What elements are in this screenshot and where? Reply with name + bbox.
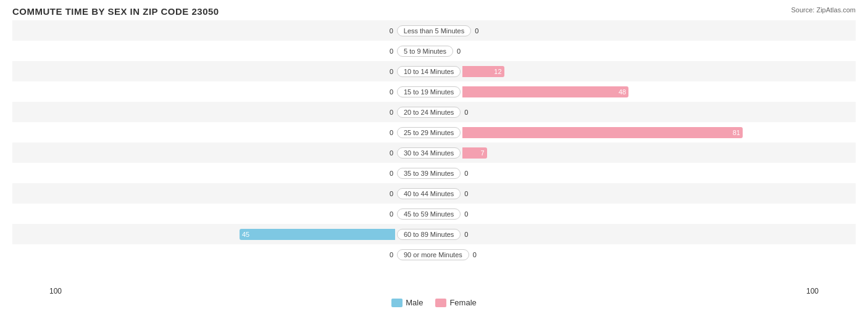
male-value: 0 xyxy=(388,190,395,197)
female-bar: 48 xyxy=(462,86,628,97)
female-value: 0 xyxy=(473,27,480,35)
legend-male: Male xyxy=(391,298,423,307)
male-value: 0 xyxy=(388,170,395,177)
source-label: Source: ZipAtlas.com xyxy=(791,6,856,14)
chart-row: 0 90 or more Minutes 0 xyxy=(12,244,856,265)
male-value: 45 xyxy=(240,231,252,238)
legend: Male Female xyxy=(12,298,856,307)
row-label: 10 to 14 Minutes xyxy=(397,66,461,77)
chart-row: 0 20 to 24 Minutes 0 xyxy=(12,102,856,122)
row-label: 45 to 59 Minutes xyxy=(397,208,461,220)
female-bar: 12 xyxy=(462,66,504,77)
chart-container: COMMUTE TIME BY SEX IN ZIP CODE 23050 So… xyxy=(0,0,868,322)
chart-row: 0 15 to 19 Minutes 48 xyxy=(12,81,856,102)
female-value: 0 xyxy=(471,251,478,258)
chart-row: 0 25 to 29 Minutes 81 xyxy=(12,122,856,142)
male-value: 0 xyxy=(388,27,395,35)
female-value: 48 xyxy=(616,88,628,96)
row-label: 20 to 24 Minutes xyxy=(397,107,461,118)
female-value: 0 xyxy=(462,231,470,238)
legend-female-label: Female xyxy=(449,298,476,307)
row-label: 35 to 39 Minutes xyxy=(397,168,461,179)
chart-row: 0 40 to 44 Minutes 0 xyxy=(12,183,856,204)
row-label: 25 to 29 Minutes xyxy=(397,127,461,138)
male-bar: 45 xyxy=(240,229,395,240)
chart-row: 0 30 to 34 Minutes 7 xyxy=(12,142,856,163)
female-bar: 7 xyxy=(462,147,486,159)
row-label: 5 to 9 Minutes xyxy=(397,46,453,57)
chart-title: COMMUTE TIME BY SEX IN ZIP CODE 23050 xyxy=(12,6,856,17)
male-value: 0 xyxy=(388,129,395,136)
row-label: 40 to 44 Minutes xyxy=(397,188,461,199)
legend-female-box xyxy=(435,299,446,307)
legend-male-label: Male xyxy=(406,298,423,307)
male-value: 0 xyxy=(388,88,395,96)
axis-left: 100 xyxy=(49,287,62,295)
female-value: 12 xyxy=(491,68,504,75)
male-value: 0 xyxy=(388,251,395,258)
chart-row: 0 35 to 39 Minutes 0 xyxy=(12,163,856,183)
male-value: 0 xyxy=(388,68,395,75)
row-label: 30 to 34 Minutes xyxy=(397,147,461,159)
female-value: 0 xyxy=(462,109,470,116)
chart-row: 0 10 to 14 Minutes 12 xyxy=(12,61,856,81)
row-label: 15 to 19 Minutes xyxy=(397,86,461,97)
female-value: 81 xyxy=(730,129,743,136)
axis-labels: 100 100 xyxy=(12,287,856,295)
male-value: 0 xyxy=(388,47,395,55)
male-value: 0 xyxy=(388,149,395,157)
female-value: 0 xyxy=(462,210,470,218)
row-label: 60 to 89 Minutes xyxy=(397,229,461,240)
legend-male-box xyxy=(391,299,403,307)
female-value: 0 xyxy=(455,47,462,55)
female-bar: 81 xyxy=(462,127,743,138)
row-label: 90 or more Minutes xyxy=(397,249,469,260)
chart-row: 0 Less than 5 Minutes 0 xyxy=(12,20,856,41)
female-value: 0 xyxy=(462,170,470,177)
chart-row: 0 45 to 59 Minutes 0 xyxy=(12,204,856,224)
legend-female: Female xyxy=(435,298,476,307)
female-value: 0 xyxy=(462,190,470,197)
row-label: Less than 5 Minutes xyxy=(397,25,471,36)
chart-area: 0 Less than 5 Minutes 0 0 5 to 9 Minutes… xyxy=(12,20,856,286)
chart-row: 45 60 to 89 Minutes 0 xyxy=(12,224,856,244)
male-value: 0 xyxy=(388,210,395,218)
chart-row: 0 5 to 9 Minutes 0 xyxy=(12,41,856,61)
axis-right: 100 xyxy=(806,287,819,295)
female-value: 7 xyxy=(478,149,486,157)
male-value: 0 xyxy=(388,109,395,116)
